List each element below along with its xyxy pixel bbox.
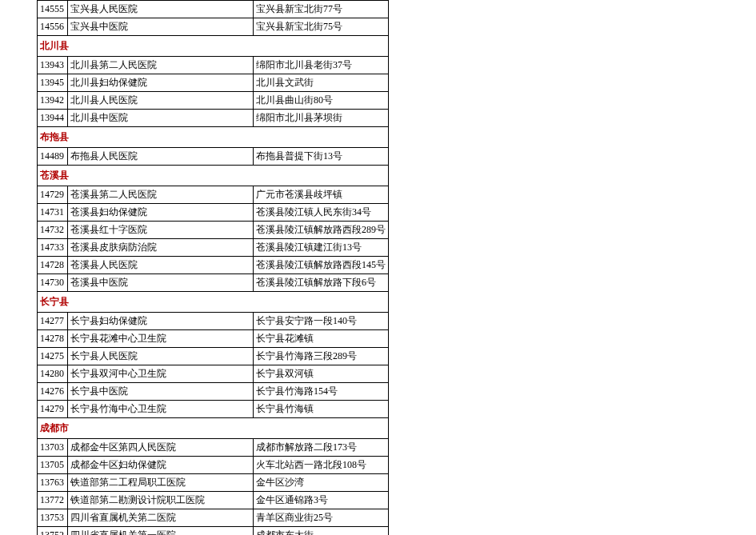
cell-address: 苍溪县陵江镇解放路下段6号	[253, 274, 388, 292]
table-row: 14731苍溪县妇幼保健院苍溪县陵江镇人民东街34号	[38, 204, 389, 222]
table-row: 13703成都金牛区第四人民医院成都市解放路二段173号	[38, 439, 389, 457]
cell-id: 14275	[38, 348, 68, 365]
cell-id: 14276	[38, 383, 68, 401]
cell-name: 长宁县双河中心卫生院	[68, 365, 254, 383]
cell-address: 苍溪县陵江镇解放路西段145号	[253, 257, 388, 274]
cell-id: 14555	[38, 1, 68, 18]
cell-name: 成都金牛区妇幼保健院	[68, 457, 254, 474]
cell-address: 成都市东大街	[253, 527, 388, 536]
cell-name: 长宁县人民医院	[68, 348, 254, 365]
cell-address: 长宁县安宁路一段140号	[253, 313, 388, 330]
table-row: 14280长宁县双河中心卫生院长宁县双河镇	[38, 365, 389, 383]
cell-name: 长宁县竹海中心卫生院	[68, 401, 254, 418]
cell-address: 广元市苍溪县歧坪镇	[253, 186, 388, 204]
table-row: 14728苍溪县人民医院苍溪县陵江镇解放路西段145号	[38, 257, 389, 274]
cell-address: 北川县文武街	[253, 74, 388, 92]
cell-address: 长宁县花滩镇	[253, 330, 388, 348]
region-label: 长宁县	[38, 292, 389, 313]
cell-name: 苍溪县妇幼保健院	[68, 204, 254, 222]
cell-address: 苍溪县陵江镇人民东街34号	[253, 204, 388, 222]
region-label: 布拖县	[38, 127, 389, 148]
table-row: 13753四川省直属机关第二医院青羊区商业街25号	[38, 509, 389, 527]
cell-address: 布拖县普提下街13号	[253, 148, 388, 166]
cell-id: 14556	[38, 18, 68, 36]
cell-id: 13772	[38, 492, 68, 509]
cell-name: 四川省直属机关第二医院	[68, 509, 254, 527]
cell-name: 苍溪县红十字医院	[68, 222, 254, 239]
cell-name: 宝兴县中医院	[68, 18, 254, 36]
cell-id: 13703	[38, 439, 68, 457]
table-row: 14277长宁县妇幼保健院长宁县安宁路一段140号	[38, 313, 389, 330]
table-row: 14279长宁县竹海中心卫生院长宁县竹海镇	[38, 401, 389, 418]
table-row: 13942北川县人民医院北川县曲山街80号	[38, 92, 389, 110]
region-header: 长宁县	[38, 292, 389, 313]
cell-id: 14277	[38, 313, 68, 330]
table-row: 13752四川省直属机关第一医院成都市东大街	[38, 527, 389, 536]
region-label: 北川县	[38, 36, 389, 57]
region-header: 成都市	[38, 418, 389, 439]
cell-id: 13753	[38, 509, 68, 527]
cell-address: 长宁县竹海镇	[253, 401, 388, 418]
table-row: 14730苍溪县中医院苍溪县陵江镇解放路下段6号	[38, 274, 389, 292]
cell-name: 铁道部第二勘测设计院职工医院	[68, 492, 254, 509]
cell-id: 14489	[38, 148, 68, 166]
cell-address: 苍溪县陵江镇解放路西段289号	[253, 222, 388, 239]
cell-name: 北川县中医院	[68, 110, 254, 127]
cell-name: 苍溪县中医院	[68, 274, 254, 292]
hospitals-table: 14555宝兴县人民医院宝兴县新宝北街77号14556宝兴县中医院宝兴县新宝北街…	[37, 0, 389, 535]
cell-name: 苍溪县人民医院	[68, 257, 254, 274]
cell-address: 宝兴县新宝北街75号	[253, 18, 388, 36]
cell-name: 苍溪县皮肤病防治院	[68, 239, 254, 257]
cell-name: 北川县妇幼保健院	[68, 74, 254, 92]
table-row: 14729苍溪县第二人民医院广元市苍溪县歧坪镇	[38, 186, 389, 204]
cell-name: 长宁县中医院	[68, 383, 254, 401]
cell-id: 14729	[38, 186, 68, 204]
cell-name: 四川省直属机关第一医院	[68, 527, 254, 536]
region-label: 成都市	[38, 418, 389, 439]
cell-address: 长宁县竹海路154号	[253, 383, 388, 401]
cell-name: 布拖县人民医院	[68, 148, 254, 166]
cell-address: 长宁县双河镇	[253, 365, 388, 383]
cell-name: 长宁县妇幼保健院	[68, 313, 254, 330]
table-row: 13943北川县第二人民医院绵阳市北川县老街37号	[38, 57, 389, 74]
cell-id: 14728	[38, 257, 68, 274]
cell-id: 14279	[38, 401, 68, 418]
table-row: 14489布拖县人民医院布拖县普提下街13号	[38, 148, 389, 166]
cell-id: 13752	[38, 527, 68, 536]
table-row: 13772铁道部第二勘测设计院职工医院金牛区通锦路3号	[38, 492, 389, 509]
cell-name: 长宁县花滩中心卫生院	[68, 330, 254, 348]
cell-id: 14731	[38, 204, 68, 222]
table-row: 13763铁道部第二工程局职工医院金牛区沙湾	[38, 474, 389, 492]
cell-address: 长宁县竹海路三段289号	[253, 348, 388, 365]
table-row: 14275长宁县人民医院长宁县竹海路三段289号	[38, 348, 389, 365]
cell-name: 铁道部第二工程局职工医院	[68, 474, 254, 492]
region-label: 苍溪县	[38, 166, 389, 186]
cell-name: 宝兴县人民医院	[68, 1, 254, 18]
cell-address: 绵阳市北川县茅坝街	[253, 110, 388, 127]
cell-id: 13942	[38, 92, 68, 110]
cell-name: 成都金牛区第四人民医院	[68, 439, 254, 457]
cell-address: 苍溪县陵江镇建江街13号	[253, 239, 388, 257]
cell-address: 青羊区商业街25号	[253, 509, 388, 527]
cell-id: 13945	[38, 74, 68, 92]
table-row: 13945北川县妇幼保健院北川县文武街	[38, 74, 389, 92]
table-row: 13944北川县中医院绵阳市北川县茅坝街	[38, 110, 389, 127]
table-row: 14556宝兴县中医院宝兴县新宝北街75号	[38, 18, 389, 36]
table-row: 14276长宁县中医院长宁县竹海路154号	[38, 383, 389, 401]
cell-name: 北川县人民医院	[68, 92, 254, 110]
cell-id: 13763	[38, 474, 68, 492]
cell-id: 14733	[38, 239, 68, 257]
cell-address: 北川县曲山街80号	[253, 92, 388, 110]
cell-address: 金牛区通锦路3号	[253, 492, 388, 509]
cell-id: 13705	[38, 457, 68, 474]
cell-id: 13943	[38, 57, 68, 74]
table-row: 14732苍溪县红十字医院苍溪县陵江镇解放路西段289号	[38, 222, 389, 239]
cell-id: 14730	[38, 274, 68, 292]
table-row: 14555宝兴县人民医院宝兴县新宝北街77号	[38, 1, 389, 18]
table-row: 14278长宁县花滩中心卫生院长宁县花滩镇	[38, 330, 389, 348]
cell-name: 苍溪县第二人民医院	[68, 186, 254, 204]
cell-id: 14732	[38, 222, 68, 239]
cell-id: 14278	[38, 330, 68, 348]
region-header: 苍溪县	[38, 166, 389, 186]
cell-id: 14280	[38, 365, 68, 383]
